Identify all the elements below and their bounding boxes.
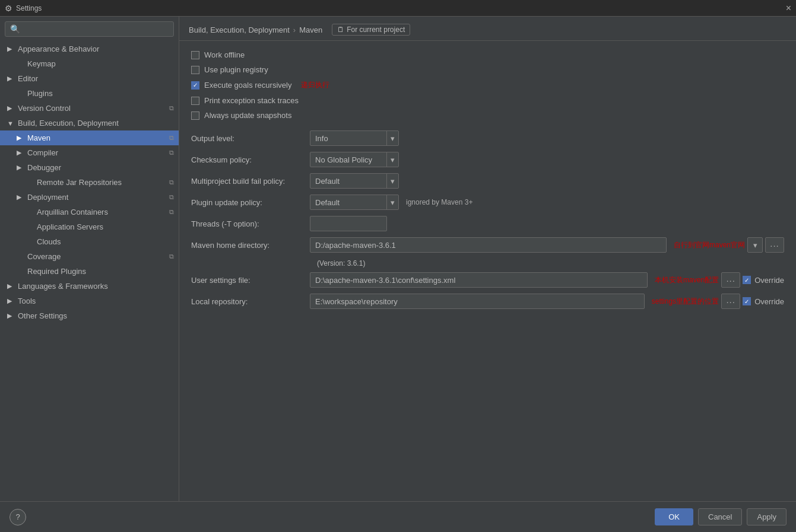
sidebar-arrow-tools: ▶ [7,297,14,305]
sidebar-item-app-servers[interactable]: Application Servers [0,219,179,234]
sidebar: 🔍 ▶Appearance & BehaviorKeymap▶EditorPlu… [0,17,179,501]
checkbox-label-always-update: Always update snapshots [204,111,291,120]
search-box[interactable]: 🔍 [5,21,174,37]
output-level-value: Info [310,134,386,143]
breadcrumb-separator: › [293,26,296,34]
sidebar-item-maven[interactable]: ▶Maven⧉ [0,130,179,145]
sidebar-label-tools: Tools [18,297,36,305]
maven-version-text: (Version: 3.6.1) [317,259,365,267]
multiproject-policy-row: Multiproject build fail policy: Default … [191,173,784,189]
sidebar-item-tools[interactable]: ▶Tools [0,294,179,308]
sidebar-item-languages[interactable]: ▶Languages & Frameworks [0,279,179,294]
local-repository-input[interactable] [310,294,645,309]
sidebar-label-compiler: Compiler [27,148,58,157]
dialog-body: 🔍 ▶Appearance & BehaviorKeymap▶EditorPlu… [0,17,796,501]
sidebar-item-coverage[interactable]: Coverage⧉ [0,249,179,264]
copy-icon-coverage: ⧉ [169,253,174,260]
sidebar-item-deployment[interactable]: ▶Deployment⧉ [0,190,179,205]
sidebar-item-debugger[interactable]: ▶Debugger [0,160,179,175]
sidebar-item-compiler[interactable]: ▶Compiler⧉ [0,145,179,160]
user-settings-override-label: Override [754,276,784,285]
multiproject-policy-label: Multiproject build fail policy: [191,177,310,186]
footer-right: OK Cancel Apply [655,508,787,525]
sidebar-item-remote-jar[interactable]: Remote Jar Repositories⧉ [0,175,179,190]
checksum-policy-arrow[interactable]: ▾ [386,152,398,167]
sidebar-label-languages: Languages & Frameworks [18,282,108,291]
threads-input[interactable] [310,216,387,231]
sidebar-label-other-settings: Other Settings [18,311,67,320]
content-header: Build, Execution, Deployment › Maven 🗒 F… [179,17,796,41]
local-repository-override-checkbox[interactable]: ✓ [743,297,751,305]
maven-settings-body: Work offlineUse plugin registry✓Execute … [179,41,796,501]
checksum-policy-label: Checksum policy: [191,155,310,164]
checksum-policy-select[interactable]: No Global Policy ▾ [310,152,399,167]
apply-button[interactable]: Apply [747,508,787,525]
plugin-update-policy-arrow[interactable]: ▾ [386,195,398,209]
sidebar-label-required-plugins: Required Plugins [27,267,86,276]
sidebar-arrow-maven: ▶ [17,134,24,142]
help-label: ? [15,512,20,521]
checkbox-label-use-plugin-registry: Use plugin registry [204,65,268,74]
checkbox-print-exception[interactable] [191,97,199,105]
sidebar-item-required-plugins[interactable]: Required Plugins [0,264,179,279]
plugin-update-policy-label: Plugin update policy: [191,198,310,207]
threads-label: Threads (-T option): [191,219,310,228]
checkbox-execute-goals[interactable]: ✓ [191,81,199,90]
maven-home-dropdown-button[interactable]: ▾ [747,237,763,253]
checkbox-label-work-offline: Work offline [204,50,245,59]
local-repository-label: Local repository: [191,297,310,306]
close-button[interactable]: × [786,4,791,13]
local-repository-browse-button[interactable]: ··· [721,294,740,309]
annotation-execute-goals: 递归执行 [301,80,329,90]
help-button[interactable]: ? [9,509,26,525]
checkbox-row-use-plugin-registry: Use plugin registry [191,65,784,74]
multiproject-policy-value: Default [310,177,386,186]
settings-icon: ⚙ [5,4,12,13]
output-level-arrow[interactable]: ▾ [386,131,398,145]
ok-button[interactable]: OK [655,508,693,525]
sidebar-item-other-settings[interactable]: ▶Other Settings [0,308,179,323]
sidebar-arrow-build: ▼ [7,120,14,127]
sidebar-arrow-version-control: ▶ [7,104,14,112]
plugin-update-policy-row: Plugin update policy: Default ▾ ignored … [191,195,784,210]
sidebar-arrow-other-settings: ▶ [7,312,14,320]
sidebar-item-arquillian[interactable]: Arquillian Containers⧉ [0,205,179,219]
search-input[interactable] [24,25,169,34]
sidebar-item-plugins[interactable]: Plugins [0,86,179,101]
sidebar-arrow-appearance: ▶ [7,45,14,53]
multiproject-policy-arrow[interactable]: ▾ [386,174,398,188]
content-panel: Build, Execution, Deployment › Maven 🗒 F… [179,17,796,501]
maven-home-browse-button[interactable]: ··· [765,237,784,253]
sidebar-label-plugins: Plugins [27,89,53,98]
user-settings-field: 本机安装maven配置 ··· ✓ Override [310,272,784,288]
sidebar-item-build[interactable]: ▼Build, Execution, Deployment [0,116,179,130]
user-settings-input[interactable] [310,272,648,288]
maven-home-input[interactable] [310,237,667,253]
checkbox-use-plugin-registry[interactable] [191,66,199,74]
sidebar-item-version-control[interactable]: ▶Version Control⧉ [0,101,179,116]
output-level-select[interactable]: Info ▾ [310,130,399,146]
plugin-update-policy-select[interactable]: Default ▾ [310,195,399,210]
checkbox-always-update[interactable] [191,112,199,120]
settings-dialog: 🔍 ▶Appearance & BehaviorKeymap▶EditorPlu… [0,17,796,532]
sidebar-arrow-editor: ▶ [7,75,14,82]
for-current-project-button[interactable]: 🗒 For current project [332,24,410,36]
multiproject-policy-select[interactable]: Default ▾ [310,173,399,189]
copy-icon-compiler: ⧉ [169,149,174,157]
sidebar-label-version-control: Version Control [18,104,71,113]
sidebar-label-build: Build, Execution, Deployment [18,119,119,128]
output-level-row: Output level: Info ▾ [191,130,784,146]
sidebar-item-clouds[interactable]: Clouds [0,234,179,249]
cancel-button[interactable]: Cancel [698,508,742,525]
sidebar-item-editor[interactable]: ▶Editor [0,71,179,86]
copy-icon-arquillian: ⧉ [169,208,174,216]
checkbox-work-offline[interactable] [191,51,199,59]
user-settings-browse-button[interactable]: ··· [721,272,740,288]
for-project-icon: 🗒 [337,26,344,34]
user-settings-override-checkbox[interactable]: ✓ [743,276,751,284]
sidebar-item-keymap[interactable]: Keymap [0,56,179,71]
sidebar-label-arquillian: Arquillian Containers [37,208,108,216]
copy-icon-remote-jar: ⧉ [169,179,174,186]
checkbox-row-execute-goals: ✓Execute goals recursively递归执行 [191,80,784,90]
sidebar-item-appearance[interactable]: ▶Appearance & Behavior [0,42,179,56]
